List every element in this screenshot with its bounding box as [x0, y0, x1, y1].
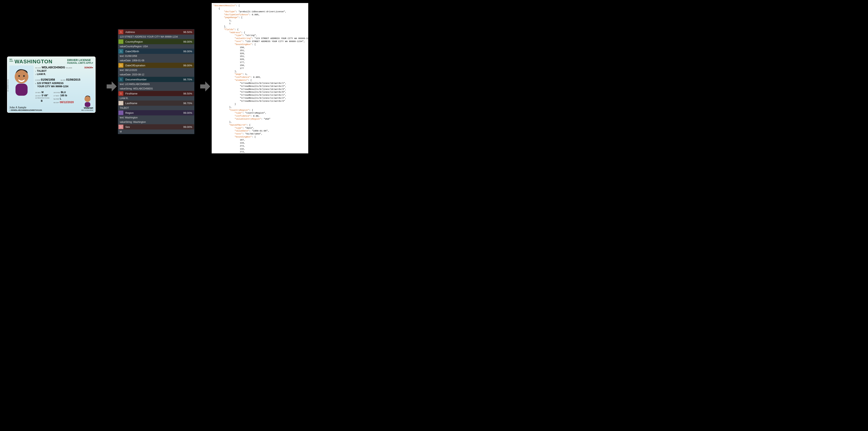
- field-name: DocumentNumber: [124, 78, 183, 81]
- lic-label: 4d LIC#: [35, 67, 41, 69]
- field-detail: valueCountryRegion: USA: [118, 44, 194, 48]
- field-header: 1LastName98.70%: [118, 101, 194, 106]
- field-detail: valueDate: 2020-08-12: [118, 72, 194, 77]
- field-confidence: 96.50%: [183, 31, 194, 34]
- field-confidence: 99.00%: [183, 40, 194, 43]
- field-header: 1DateOfExpiration99.00%: [118, 63, 194, 68]
- weight: 165 lb: [60, 94, 67, 97]
- field-badge: [119, 39, 123, 44]
- field-header: 1FirstName98.50%: [118, 91, 194, 96]
- field-detail: valueString: WDLABCD456DG: [118, 87, 194, 91]
- field-header: 1DateOfBirth99.00%: [118, 48, 194, 54]
- field-badge: 1: [119, 101, 123, 105]
- field-badge: 1: [119, 91, 123, 96]
- field-detail: TALBOT: [118, 106, 194, 110]
- field-name: FirstName: [124, 92, 183, 95]
- avatar-icon: [9, 66, 34, 96]
- lic-number: WDLABCD456DG: [42, 66, 65, 69]
- doc-subtitle: FEDERAL LIMITS APPLY: [67, 62, 93, 64]
- restrictions: B: [41, 99, 43, 102]
- field-header: Region99.00%: [118, 110, 194, 115]
- height: 5'-08": [42, 94, 48, 97]
- field-name: CountryRegion: [124, 40, 183, 43]
- svg-rect-4: [16, 84, 28, 96]
- field-detail: text: Washington: [118, 115, 194, 120]
- field-detail: text: LIC#WDLABCD456DG: [118, 82, 194, 87]
- address-line2: YOUR CITY WA 99999-1234: [37, 85, 68, 88]
- field-badge: [119, 110, 123, 115]
- field-detail: valueString: Washington: [118, 120, 194, 124]
- exp-date: 08/12/2020: [60, 100, 74, 104]
- field-confidence: 99.00%: [183, 126, 194, 128]
- field-name: DateOfExpiration: [124, 64, 183, 67]
- field-badge: 1: [119, 125, 123, 129]
- portrait-photo: [9, 66, 34, 96]
- field-confidence: 98.50%: [183, 92, 194, 95]
- signature: John A Sample: [9, 106, 42, 109]
- field-badge: 1: [119, 30, 123, 34]
- first-name: LIAM R.: [37, 73, 46, 76]
- field-badge: 1: [119, 63, 123, 68]
- driver-license-card: 20 1234567XX1101 WA USA WASHINGTON DRIVE…: [7, 57, 96, 113]
- field-name: DateOfBirth: [124, 50, 183, 53]
- field-confidence: 99.00%: [183, 111, 194, 114]
- dob: 01/06/1958: [41, 78, 55, 81]
- state-name: WASHINGTON: [14, 59, 53, 65]
- field-badge: 1: [119, 77, 123, 81]
- field-detail: LIAM R.: [118, 96, 194, 101]
- avatar-small-icon: [82, 94, 93, 107]
- field-header: 1DocumentNumber98.70%: [118, 77, 194, 82]
- arrow-right-icon: [199, 80, 211, 93]
- field-detail: 123 STREET ADDRESS YOUR CITY WA 99999-12…: [118, 35, 194, 39]
- field-name: Address: [124, 31, 183, 34]
- field-confidence: 99.00%: [183, 64, 194, 67]
- field-detail: text: 01/06/1958: [118, 54, 194, 58]
- field-header: 1Address96.50%: [118, 29, 194, 35]
- field-name: Region: [124, 111, 183, 114]
- field-badge: 1: [119, 49, 123, 54]
- last-name: TALBOT: [37, 69, 46, 73]
- arrow-right-icon: [105, 80, 118, 93]
- donor-label: DONOR: [85, 67, 92, 69]
- field-confidence: 98.70%: [183, 102, 194, 105]
- field-name: LastName: [124, 102, 183, 105]
- json-output-panel: "documentResults": [ { "docType": "prebu…: [212, 3, 308, 154]
- side-barcode-text: 20 1234567XX1101: [7, 79, 9, 92]
- dd-code: DDWDLABCD456DG1234567XX1101: [11, 109, 42, 111]
- field-detail: M: [118, 129, 194, 134]
- endorsements: L: [60, 97, 61, 100]
- field-confidence: 98.70%: [183, 78, 194, 81]
- field-detail: valueDate: 1958-01-06: [118, 58, 194, 63]
- ghost-photo: [82, 94, 93, 107]
- country-abbr: USA: [9, 60, 13, 62]
- field-confidence: 99.00%: [183, 50, 194, 53]
- field-detail: text: 08/12/2020: [118, 68, 194, 72]
- rev-date: REV 07/01/2018: [81, 109, 93, 111]
- extracted-fields-panel: 1Address96.50%123 STREET ADDRESS YOUR CI…: [118, 29, 194, 134]
- doc-title: DRIVER LICENSE: [67, 59, 93, 62]
- field-header: CountryRegion99.00%: [118, 39, 194, 44]
- field-header: 1Sex99.00%: [118, 124, 194, 129]
- svg-point-2: [18, 75, 20, 77]
- sex: M: [41, 91, 43, 94]
- iss-date: 01/06/2015: [66, 78, 80, 81]
- heart-icon: ♥: [92, 67, 93, 69]
- svg-point-3: [23, 75, 25, 77]
- veteran-badge: Veteran: [81, 106, 93, 109]
- eyes: BLU: [61, 91, 66, 94]
- class-label: 9CLASS: [66, 67, 72, 69]
- address-line1: 123 STREET ADDRESS: [37, 81, 63, 85]
- field-name: Sex: [124, 126, 183, 128]
